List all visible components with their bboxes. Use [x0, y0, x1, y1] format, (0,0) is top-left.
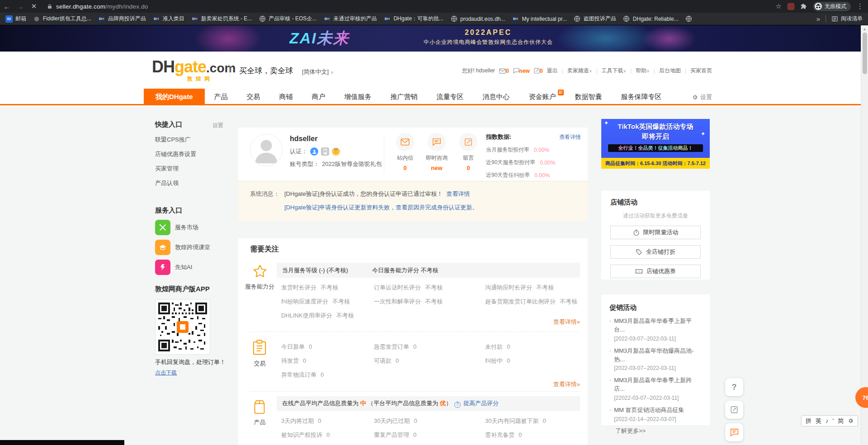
bookmark[interactable]: DH准入类目 [153, 15, 184, 23]
dhgate-favicon: DH [98, 15, 105, 23]
bookmark[interactable]: Fiddler抓包工具总... [33, 15, 91, 23]
bookmark[interactable]: DH新卖家处罚系统 - E... [191, 15, 252, 23]
promo-item[interactable]: ▪ MM3月新品嘉年华春季上新跨店...[22022-03-07--2022-0… [609, 376, 702, 401]
bookmark[interactable]: 02邮箱 [5, 15, 26, 23]
tab-service-guarantee[interactable]: 服务保障专区 [612, 89, 671, 105]
promo-item[interactable]: ▪ MM3月新品嘉年华春季上新平台...[2022-03-07--2022-03… [609, 317, 702, 342]
stop-button[interactable]: ✕ [27, 2, 41, 10]
tab-funds-account[interactable]: 资金账户新 [519, 89, 566, 105]
ime-simplified-key[interactable]: 简 [838, 417, 844, 425]
tab-marketing[interactable]: 推广营销 [381, 89, 427, 105]
service-today-score: 今日服务能力评分 不考核 [372, 266, 439, 275]
tab-value-added[interactable]: 增值服务 [335, 89, 381, 105]
store-coupon-button[interactable]: 店铺优惠券 [610, 265, 701, 278]
puzzle-extensions-icon[interactable] [800, 3, 807, 10]
feedback-fab[interactable] [725, 401, 743, 419]
avatar[interactable] [250, 134, 283, 166]
inbox-messages-button[interactable]: 站内信 0 [392, 133, 418, 171]
bookmarks-overflow-icon[interactable]: » [816, 15, 820, 23]
banner-zai-logo: ZAI未来 [289, 28, 349, 49]
reading-list-button[interactable]: 阅读清单 [831, 15, 863, 23]
bookmark[interactable]: DHgate: Reliable... [623, 15, 679, 23]
help-fab[interactable]: ? [725, 378, 743, 396]
tab-products[interactable]: 产品 [205, 89, 237, 105]
ime-sound-key[interactable]: ♪ [826, 417, 829, 424]
memo-counter[interactable]: 0 [534, 68, 543, 74]
promo-more-link[interactable]: 了解更多>> [615, 427, 702, 435]
sidebar-item-product-claim[interactable]: 产品认领 [155, 179, 179, 187]
promotions-title: 促销活动 [609, 303, 702, 312]
sitemap-link[interactable]: 后台地图 [659, 67, 681, 75]
promo-item[interactable]: ▪ MM 首页促销活动商品征集[2022-02-14--2022-03-07] [609, 406, 702, 422]
dhgate-favicon: DH [512, 15, 519, 23]
ime-english-key[interactable]: 英 [816, 417, 821, 425]
bookmark-star-icon[interactable]: ☆ [776, 2, 782, 10]
tab-merchant[interactable]: 商户 [302, 89, 335, 105]
scrollbar-thumb[interactable] [863, 33, 867, 74]
bookmark[interactable]: DH品牌商投诉产品 [98, 15, 146, 23]
graduation-cap-icon [155, 240, 170, 255]
bookmark[interactable]: DHMy intellectual pr... [512, 15, 566, 23]
buyer-home-link[interactable]: 买家首页 [690, 67, 712, 75]
apec-event-banner[interactable]: ZAI未来 2022APEC 中小企业跨境电商峰会暨敦煌网生态合作伙伴大会 [0, 25, 868, 52]
forward-button[interactable]: → [14, 3, 27, 10]
service-details-link[interactable]: 查看详情» [553, 318, 580, 326]
bookmark[interactable] [685, 15, 693, 23]
store-discount-button[interactable]: 全店铺打折 [610, 245, 701, 259]
chat-fab[interactable] [725, 423, 743, 441]
instant-chat-button[interactable]: 即时咨询 new [424, 133, 450, 171]
ime-pinyin-key[interactable]: 拼 [806, 417, 811, 425]
profile-card: hdseller 认证： 账号类型： 2022版智尊金骆驼礼包 站内信 [238, 128, 588, 221]
tab-data-intelligence[interactable]: 数据智囊 [566, 89, 612, 105]
tag-icon [636, 249, 642, 256]
bookmark[interactable]: DHDHgate：可靠的批... [383, 15, 443, 23]
nav-settings-button[interactable]: 设置 [692, 89, 712, 105]
tab-my-dhgate[interactable]: 我的DHgate [144, 89, 205, 105]
sidebar-item-service-market[interactable]: 服务市场 [155, 220, 198, 235]
ime-punct-key[interactable]: ' [833, 417, 834, 424]
chat-counter[interactable]: new [513, 68, 530, 74]
promo-item[interactable]: ▪ MM3月新品嘉年华劲爆商品池-热...[2022-03-07--2022-0… [609, 347, 702, 372]
sidebar-item-coupon-setting[interactable]: 店铺优惠券设置 [155, 150, 196, 158]
language-selector[interactable]: [简体中文]∨ [302, 68, 334, 76]
kebab-menu-icon[interactable]: ⋮ [857, 2, 863, 10]
tab-traffic[interactable]: 流量专区 [427, 89, 473, 105]
help-circle-icon[interactable]: ? [454, 402, 461, 408]
bullet-icon: ▪ [609, 376, 611, 401]
extension-icon[interactable] [788, 3, 794, 10]
tab-store[interactable]: 商铺 [270, 89, 302, 105]
trade-details-link[interactable]: 查看详情» [553, 380, 580, 388]
incognito-chip[interactable]: 无痕模式 [813, 2, 851, 11]
tab-trade[interactable]: 交易 [237, 89, 270, 105]
mail-counter[interactable]: 0 [499, 68, 509, 74]
sidebar-item-cps[interactable]: 联盟CPS推广 [155, 136, 191, 144]
message-details-link[interactable]: 查看详情 [446, 190, 470, 197]
index-data-details-link[interactable]: 查看详情 [559, 133, 581, 141]
system-message-2[interactable]: [DHgate验证]申请身份认证更新资料失败，查看原因并完成身份认证更新。 [284, 204, 478, 212]
seller-channel-menu[interactable]: 卖家频道∨ [567, 67, 592, 75]
url-field[interactable]: seller.dhgate.com/mydh/index.do [56, 3, 148, 10]
quick-entry-settings[interactable]: 设置 [212, 122, 223, 129]
sidebar-item-xianzhi-ai[interactable]: 先知AI [155, 260, 192, 275]
dhgate-logo[interactable]: DHgate.com 敦煌网 [152, 59, 236, 81]
back-button[interactable]: ← [0, 3, 14, 10]
tools-download-menu[interactable]: 工具下载∨ [601, 67, 626, 75]
sidebar-item-buyer-management[interactable]: 买家管理 [155, 165, 179, 173]
tiktok-campaign-banner[interactable]: ✦ ✦ TikTok英国爆款活动专场 即将开启 全行业！全品类！征集活动商品！ … [601, 119, 710, 169]
bookmark[interactable]: DH未通过审核的产品 [323, 15, 377, 23]
sidebar-item-dh-classroom[interactable]: 敦煌跨境课堂 [155, 240, 210, 255]
bookmark[interactable]: 盗图投诉产品 [574, 15, 616, 23]
globe-favicon [259, 15, 266, 23]
tab-message-center[interactable]: 消息中心 [473, 89, 519, 105]
scroll-up-arrow[interactable]: ▲ [861, 25, 868, 31]
bookmark[interactable]: prodaudit.eos.dh... [450, 15, 505, 23]
help-menu[interactable]: 帮助∨ [636, 67, 650, 75]
gear-icon[interactable] [848, 418, 854, 424]
improve-score-link[interactable]: 提高产品评分 [463, 400, 499, 407]
logout-link[interactable]: 退出 [547, 67, 558, 75]
message-board-button[interactable]: 留言 0 [455, 133, 481, 171]
flash-sale-button[interactable]: 限时限量活动 [610, 226, 701, 239]
page-scrollbar[interactable]: ▲ [861, 25, 868, 445]
app-download-link[interactable]: 点击下载 [155, 369, 177, 377]
bookmark[interactable]: 产品审核 - EOS企... [259, 15, 316, 23]
